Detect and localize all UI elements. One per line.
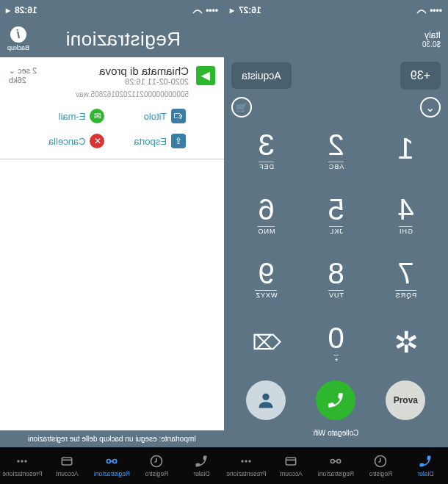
tab-registro[interactable]: Registro: [134, 447, 179, 484]
svg-point-3: [331, 460, 335, 463]
battery-icon: ◂: [230, 5, 234, 15]
action-email[interactable]: ✉E-mail: [24, 109, 105, 123]
svg-point-10: [107, 460, 111, 463]
key-1[interactable]: 1: [371, 118, 441, 182]
tab-presentazione[interactable]: Presentazione: [0, 447, 45, 484]
tab-bar: Dialer Registro Registrazioni Account Pr…: [0, 447, 224, 484]
key-9[interactable]: 9WXYZ: [231, 246, 301, 311]
tab-dialer[interactable]: Dialer: [403, 447, 448, 484]
country-label: Italy: [422, 30, 441, 40]
action-delete[interactable]: ✕Cancella: [24, 134, 105, 148]
svg-point-12: [25, 460, 27, 462]
svg-point-6: [245, 460, 248, 462]
signal-dots: ••••: [192, 5, 218, 15]
signal-dots: ••••: [416, 5, 442, 15]
status-bar: •••• 16:27 ◂: [224, 0, 448, 21]
status-time: 16:28: [15, 5, 37, 15]
svg-point-7: [242, 460, 244, 462]
svg-point-9: [113, 460, 117, 463]
recording-filename: 500000000002112020162805.wav: [9, 90, 189, 98]
key-5[interactable]: 5JKL: [301, 182, 371, 247]
dialer-actions: Prova: [231, 375, 441, 426]
key-8[interactable]: 8TUV: [301, 246, 371, 311]
recording-size: 26kb: [9, 76, 37, 84]
tab-bar: Dialer Registro Registrazioni Account Pr…: [224, 447, 448, 484]
tab-account[interactable]: Account: [45, 447, 90, 484]
key-4[interactable]: 4GHI: [371, 182, 441, 247]
buy-button[interactable]: Acquista: [231, 62, 292, 89]
key-0[interactable]: 0+: [301, 311, 371, 375]
recordings-list: ▶ Chiamata di prova 2020-02-11 16:28 2 s…: [0, 57, 224, 430]
svg-point-0: [263, 394, 270, 400]
battery-icon: ◂: [6, 5, 10, 15]
tab-registrazioni[interactable]: Registrazioni: [90, 447, 134, 484]
page-title: Registrazioni: [29, 28, 217, 51]
tab-account[interactable]: Account: [269, 447, 314, 484]
prova-button[interactable]: Prova: [386, 380, 426, 420]
backup-button[interactable]: i Backup: [7, 26, 29, 51]
key-backspace[interactable]: ⌫: [231, 311, 301, 375]
info-icon: i: [10, 26, 26, 43]
footer-hint: Importante: esegui un backup delle tue r…: [0, 430, 224, 447]
tab-registrazioni[interactable]: Registrazioni: [314, 447, 358, 484]
tab-presentazione[interactable]: Presentazione: [224, 447, 269, 484]
cart-icon[interactable]: 🛒: [231, 97, 252, 118]
recordings-topbar: Registrazioni i Backup: [0, 21, 224, 57]
key-3[interactable]: 3DEF: [231, 118, 301, 182]
export-icon: ⇪: [171, 134, 186, 148]
key-star[interactable]: ✲: [371, 311, 441, 375]
key-7[interactable]: 7PQRS: [371, 246, 441, 311]
dialer-panel: +39 Acquista ⌄ 🛒 1 2ABC 3DEF 4GHI 5JKL 6…: [224, 57, 448, 447]
call-button[interactable]: [317, 380, 356, 420]
status-time: 16:27: [239, 5, 261, 15]
svg-point-14: [18, 460, 20, 462]
delete-icon: ✕: [90, 134, 105, 148]
chevron-down-icon[interactable]: ⌄: [420, 97, 441, 118]
play-button[interactable]: ▶: [196, 66, 215, 85]
key-6[interactable]: 6MNO: [231, 182, 301, 247]
recording-name: Chiamata di prova: [44, 65, 189, 77]
tag-icon: 🏷: [171, 109, 186, 123]
tab-registro[interactable]: Registro: [358, 447, 403, 484]
prefix-button[interactable]: +39: [400, 62, 441, 90]
action-title[interactable]: 🏷Titolo: [105, 109, 187, 123]
dialer-phone: •••• 16:27 ◂ Italy $0.30 +39 Acquista ⌄ …: [224, 0, 448, 484]
dialer-topbar: Italy $0.30: [224, 21, 448, 57]
action-export[interactable]: ⇪Esporta: [105, 134, 187, 148]
email-icon: ✉: [90, 109, 105, 123]
keypad: 1 2ABC 3DEF 4GHI 5JKL 6MNO 7PQRS 8TUV 9W…: [231, 118, 441, 375]
svg-rect-11: [62, 458, 72, 465]
svg-point-13: [21, 460, 24, 462]
key-2[interactable]: 2ABC: [301, 118, 371, 182]
connection-status: Collegato Wifi: [231, 426, 441, 440]
balance-label: $0.30: [422, 40, 441, 48]
tab-dialer[interactable]: Dialer: [179, 447, 224, 484]
status-bar: •••• 16:28 ◂: [0, 0, 224, 21]
svg-rect-4: [286, 458, 296, 465]
recording-duration: 2 sec ⌄: [9, 66, 37, 76]
contacts-button[interactable]: [247, 380, 286, 420]
chevron-down-icon: ⌄: [9, 66, 15, 75]
recording-item[interactable]: ▶ Chiamata di prova 2020-02-11 16:28 2 s…: [0, 57, 224, 159]
recording-date: 2020-02-11 16:28: [44, 77, 189, 86]
svg-point-2: [337, 460, 341, 463]
recordings-phone: •••• 16:28 ◂ Registrazioni i Backup ▶ Ch…: [0, 0, 224, 484]
svg-point-5: [249, 460, 251, 462]
